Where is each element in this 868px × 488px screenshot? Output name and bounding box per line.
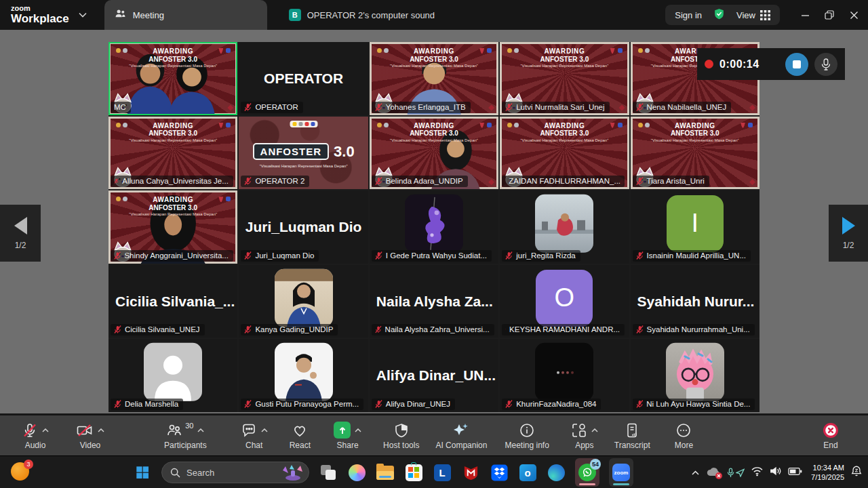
participant-tile[interactable]: Syahidah Nurur... Syahidah Nururrahmah_U… (631, 265, 760, 338)
participant-tile[interactable]: Juri_Luqman Dio Juri_Luqman Dio (239, 190, 368, 264)
participant-tile[interactable]: Kanya Gading_UNDIP (239, 265, 368, 338)
participant-tile[interactable]: AWARDING ANFOSTER 3.0 "Visualisasi Harap… (370, 42, 498, 115)
onedrive-error-icon[interactable] (706, 467, 721, 478)
edge-icon[interactable] (547, 463, 566, 482)
muted-mic-icon (505, 400, 513, 408)
award-tagline: "Visualisasi Harapan Representasi Masa D… (111, 64, 235, 68)
chat-button[interactable]: Chat (241, 421, 268, 450)
participant-name-label: Gusti Putu Pranayoga Perm... (241, 399, 363, 410)
notification-bell-icon[interactable] (850, 465, 863, 480)
previous-page-button[interactable]: 1/2 (0, 205, 41, 262)
restore-button[interactable] (819, 0, 840, 30)
participant-name-label: ZAIDAN FADHLURRAHMAN_... (502, 176, 625, 187)
whatsapp-unread-badge: 54 (590, 459, 601, 470)
host-tools-button[interactable]: Host tools (383, 421, 419, 450)
search-box[interactable]: Search (161, 462, 309, 483)
award-title-line1: AWARDING (633, 122, 757, 130)
participant-tile[interactable]: ANFOSTER 3.0 "Visualisasi Harapan Repres… (239, 117, 368, 190)
tab-meeting[interactable]: Meeting (104, 0, 267, 30)
participant-tile[interactable]: Naila Alysha Za... Naila Alysha Zahra_Un… (370, 265, 498, 338)
participant-tile[interactable]: AWARDING ANFOSTER 3.0 "Visualisasi Harap… (108, 42, 237, 115)
avatar-photo (275, 268, 333, 327)
participant-tile[interactable]: OPERATOR OPERATOR (239, 42, 368, 115)
microsoft-store-icon[interactable] (404, 463, 423, 482)
file-explorer-icon[interactable] (376, 463, 395, 482)
battery-icon[interactable] (788, 466, 802, 479)
linkedin-icon[interactable]: L (433, 463, 452, 482)
share-button[interactable]: Share (334, 421, 361, 450)
ai-companion-button[interactable]: AI Companion (435, 421, 487, 450)
award-title-line1: AWARDING (372, 47, 496, 56)
apps-button[interactable]: Apps (571, 421, 598, 450)
video-caret-icon[interactable] (98, 428, 104, 432)
participant-tile[interactable]: juri_Regita Rizda (500, 190, 629, 264)
participant-tile[interactable]: I Isnainin Maulid Aprillia_UN... (631, 190, 760, 264)
recording-dot-icon (705, 60, 713, 68)
award-tagline: "Visualisasi Harapan Representasi Masa D… (502, 64, 627, 68)
chat-caret-icon[interactable] (261, 428, 268, 432)
close-button[interactable] (844, 0, 864, 30)
share-caret-icon[interactable] (355, 428, 361, 432)
outlook-icon[interactable]: o (518, 463, 537, 482)
whatsapp-icon[interactable]: 54 (575, 458, 599, 487)
participant-tile[interactable]: AWARDING ANFOSTER 3.0 "Visualisasi Harap… (370, 117, 498, 190)
participant-tile[interactable]: Alifya Dinar_UN... Alifya Dinar_UNEJ (370, 339, 498, 412)
transcript-button[interactable]: Transcript (614, 421, 650, 450)
end-button[interactable]: End (822, 421, 840, 450)
award-title-line2: ANFOSTER 3.0 (502, 56, 627, 64)
participant-tile[interactable]: AWARDING ANFOSTER 3.0 "Visualisasi Harap… (631, 117, 760, 190)
wifi-icon[interactable] (751, 466, 764, 479)
share-label: Share (337, 441, 359, 450)
taskbar-notification-app[interactable]: 3 (11, 462, 31, 483)
tab-computer-sound[interactable]: B OPERATOR 2's computer sound (289, 9, 435, 21)
volume-icon[interactable] (770, 466, 782, 479)
mcafee-icon[interactable] (461, 463, 480, 482)
participant-tile[interactable]: Cicilia Silvania_... Cicilia Silvania_UN… (108, 265, 237, 338)
participant-tile[interactable]: AWARDING ANFOSTER 3.0 "Visualisasi Harap… (500, 117, 629, 190)
next-page-button[interactable]: 1/2 (829, 205, 868, 262)
recording-mic-button[interactable] (814, 53, 837, 76)
start-button[interactable] (133, 463, 152, 482)
participant-name-label: Alifya Dinar_UNEJ (372, 399, 455, 410)
participant-tile[interactable]: I Gede Putra Wahyu Sudiat... (370, 190, 498, 264)
sign-in-button[interactable]: Sign in (675, 10, 702, 20)
mic-in-use-icon[interactable] (727, 468, 745, 478)
more-button[interactable]: More (675, 421, 693, 450)
participant-name-label: Juri_Luqman Dio (241, 250, 319, 262)
participant-tile[interactable]: O KEYSHA RAMADHANI ANDR... (500, 265, 629, 338)
participant-tile[interactable]: AWARDING ANFOSTER 3.0 "Visualisasi Harap… (108, 117, 237, 190)
participant-tile[interactable]: KhurinFazaNadira_084 (500, 339, 629, 412)
tray-chevron-up-icon[interactable] (691, 466, 700, 479)
view-button[interactable]: View (736, 10, 770, 20)
copilot-icon[interactable] (347, 463, 366, 482)
participant-name-label: Yohanes Erlangga_ITB (372, 102, 471, 113)
ellipsis-icon (675, 422, 692, 439)
muted-mic-icon (375, 400, 382, 408)
participant-tile[interactable]: Gusti Putu Pranayoga Perm... (239, 339, 368, 412)
audio-button[interactable]: Audio (22, 421, 49, 450)
meeting-info-button[interactable]: Meeting info (505, 421, 549, 450)
audio-caret-icon[interactable] (42, 428, 49, 432)
taskbar-clock[interactable]: 10:34 AM 7/19/2025 (811, 463, 844, 483)
participants-caret-icon[interactable] (197, 428, 204, 432)
muted-mic-icon (244, 103, 252, 111)
dropbox-icon[interactable] (490, 463, 509, 482)
participant-tile[interactable]: Delia Marshella (108, 339, 237, 412)
video-button[interactable]: Video (76, 421, 104, 450)
participants-button[interactable]: 30 Participants (164, 421, 207, 450)
award-tagline: "Visualisasi Harapan Representasi Masa D… (111, 138, 235, 142)
apps-caret-icon[interactable] (591, 428, 598, 432)
participant-tile[interactable]: AWARDING ANFOSTER 3.0 "Visualisasi Harap… (500, 42, 629, 115)
participant-tile[interactable]: Ni Luh Ayu Hawya Sintia De... (631, 339, 760, 412)
task-view-button[interactable] (319, 463, 338, 482)
minimize-button[interactable] (795, 0, 815, 30)
zoom-app-icon[interactable]: zoom (609, 458, 633, 487)
stop-recording-button[interactable] (785, 53, 808, 76)
workspace-chevron-down-icon[interactable] (79, 12, 87, 18)
tray-date: 7/19/2025 (811, 472, 844, 482)
avatar-photo (405, 195, 463, 253)
participant-tile[interactable]: AWARDING ANFOSTER 3.0 "Visualisasi Harap… (108, 190, 237, 264)
security-shield-icon[interactable] (713, 7, 726, 22)
react-button[interactable]: React (290, 421, 311, 450)
participants-label: Participants (164, 441, 207, 450)
